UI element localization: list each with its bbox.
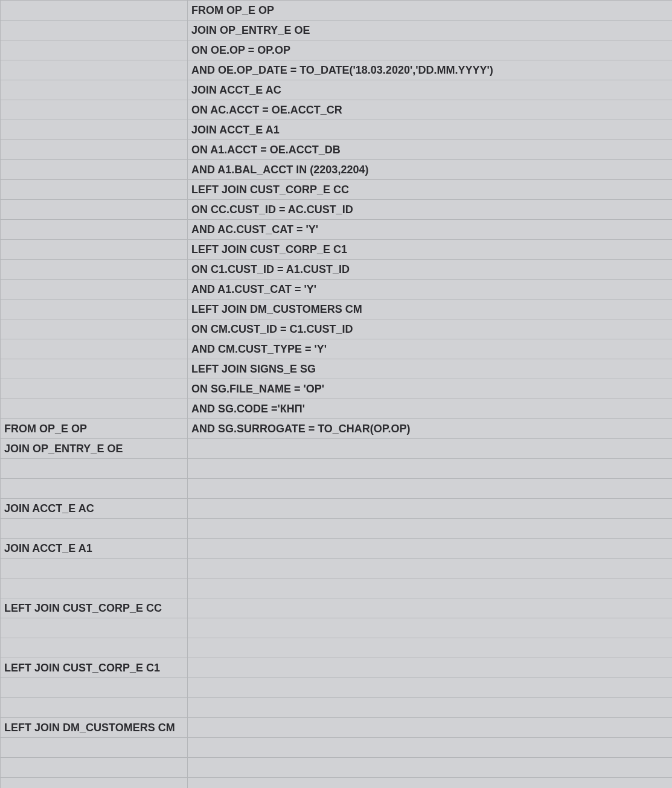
cell-col-b[interactable] xyxy=(188,459,673,479)
cell-col-a[interactable] xyxy=(1,240,188,260)
cell-col-a[interactable] xyxy=(1,300,188,319)
cell-col-b[interactable] xyxy=(188,479,673,499)
cell-col-a[interactable]: LEFT JOIN CUST_CORP_E C1 xyxy=(1,658,188,678)
cell-col-b[interactable]: ON CC.CUST_ID = AC.CUST_ID xyxy=(188,200,673,220)
cell-col-a[interactable] xyxy=(1,180,188,200)
grid-row xyxy=(1,778,673,789)
cell-col-b[interactable] xyxy=(188,539,673,559)
cell-col-a[interactable] xyxy=(1,459,188,479)
cell-col-b[interactable] xyxy=(188,439,673,459)
cell-col-a[interactable] xyxy=(1,698,188,718)
cell-col-b[interactable]: FROM OP_E OP xyxy=(188,1,673,21)
grid-row: ON AC.ACCT = OE.ACCT_CR xyxy=(1,100,673,120)
cell-col-a[interactable] xyxy=(1,160,188,180)
cell-col-a[interactable] xyxy=(1,120,188,140)
cell-col-a[interactable] xyxy=(1,140,188,160)
cell-col-b[interactable]: LEFT JOIN SIGNS_E SG xyxy=(188,359,673,379)
grid-row xyxy=(1,698,673,718)
cell-col-a[interactable] xyxy=(1,519,188,539)
cell-col-b[interactable]: AND CM.CUST_TYPE = 'Y' xyxy=(188,339,673,359)
cell-col-a[interactable] xyxy=(1,220,188,240)
cell-col-a[interactable] xyxy=(1,379,188,399)
cell-col-b[interactable] xyxy=(188,598,673,618)
cell-col-b[interactable]: ON OE.OP = OP.OP xyxy=(188,40,673,60)
cell-col-b[interactable]: AND OE.OP_DATE = TO_DATE('18.03.2020','D… xyxy=(188,60,673,80)
grid-row: FROM OP_E OP xyxy=(1,1,673,21)
cell-col-b[interactable]: ON C1.CUST_ID = A1.CUST_ID xyxy=(188,260,673,280)
grid-row xyxy=(1,459,673,479)
cell-col-b[interactable] xyxy=(188,499,673,519)
cell-col-a[interactable] xyxy=(1,618,188,638)
cell-col-a[interactable]: LEFT JOIN DM_CUSTOMERS CM xyxy=(1,718,188,738)
grid-row: AND CM.CUST_TYPE = 'Y' xyxy=(1,339,673,359)
cell-col-b[interactable] xyxy=(188,718,673,738)
cell-col-a[interactable] xyxy=(1,40,188,60)
grid-row: FROM OP_E OP AND SG.SURROGATE = TO_CHAR(… xyxy=(1,419,673,439)
spreadsheet-grid[interactable]: FROM OP_E OPJOIN OP_ENTRY_E OE ON OE.OP … xyxy=(0,0,672,788)
cell-col-b[interactable]: AND A1.BAL_ACCT IN (2203,2204) xyxy=(188,160,673,180)
cell-col-b[interactable]: AND AC.CUST_CAT = 'Y' xyxy=(188,220,673,240)
cell-col-b[interactable]: AND SG.CODE ='КНП' xyxy=(188,399,673,419)
cell-col-b[interactable]: AND SG.SURROGATE = TO_CHAR(OP.OP) xyxy=(188,419,673,439)
cell-col-b[interactable]: JOIN ACCT_E A1 xyxy=(188,120,673,140)
cell-col-b[interactable] xyxy=(188,519,673,539)
cell-col-a[interactable] xyxy=(1,758,188,778)
cell-col-b[interactable]: ON AC.ACCT = OE.ACCT_CR xyxy=(188,100,673,120)
cell-col-b[interactable] xyxy=(188,778,673,789)
cell-col-a[interactable] xyxy=(1,339,188,359)
grid-row: ON SG.FILE_NAME = 'OP' xyxy=(1,379,673,399)
cell-col-a[interactable] xyxy=(1,678,188,698)
cell-col-b[interactable]: LEFT JOIN DM_CUSTOMERS CM xyxy=(188,300,673,319)
grid-row: AND A1.BAL_ACCT IN (2203,2204) xyxy=(1,160,673,180)
cell-col-b[interactable]: ON SG.FILE_NAME = 'OP' xyxy=(188,379,673,399)
cell-col-a[interactable] xyxy=(1,21,188,40)
cell-col-a[interactable]: FROM OP_E OP xyxy=(1,419,188,439)
cell-col-b[interactable]: ON A1.ACCT = OE.ACCT_DB xyxy=(188,140,673,160)
cell-col-a[interactable] xyxy=(1,280,188,300)
cell-col-a[interactable]: JOIN ACCT_E A1 xyxy=(1,539,188,559)
cell-col-a[interactable] xyxy=(1,359,188,379)
cell-col-a[interactable]: JOIN OP_ENTRY_E OE xyxy=(1,439,188,459)
cell-col-a[interactable] xyxy=(1,479,188,499)
cell-col-b[interactable] xyxy=(188,559,673,578)
cell-col-b[interactable]: JOIN ACCT_E AC xyxy=(188,80,673,100)
cell-col-b[interactable] xyxy=(188,738,673,758)
cell-col-b[interactable] xyxy=(188,578,673,598)
cell-col-b[interactable] xyxy=(188,658,673,678)
cell-col-b[interactable] xyxy=(188,698,673,718)
cell-col-a[interactable] xyxy=(1,260,188,280)
grid-row: LEFT JOIN CUST_CORP_E CC xyxy=(1,180,673,200)
grid-row: JOIN ACCT_E A1 xyxy=(1,120,673,140)
grid-row: ON C1.CUST_ID = A1.CUST_ID xyxy=(1,260,673,280)
cell-col-a[interactable] xyxy=(1,100,188,120)
cell-col-b[interactable]: AND A1.CUST_CAT = 'Y' xyxy=(188,280,673,300)
cell-col-a[interactable]: JOIN ACCT_E AC xyxy=(1,499,188,519)
cell-col-a[interactable] xyxy=(1,578,188,598)
cell-col-b[interactable] xyxy=(188,678,673,698)
cell-col-a[interactable] xyxy=(1,399,188,419)
cell-col-b[interactable] xyxy=(188,758,673,778)
cell-col-a[interactable]: LEFT JOIN CUST_CORP_E CC xyxy=(1,598,188,618)
grid-row: LEFT JOIN CUST_CORP_E C1 xyxy=(1,240,673,260)
cell-col-a[interactable] xyxy=(1,1,188,21)
grid-row xyxy=(1,479,673,499)
cell-col-b[interactable] xyxy=(188,618,673,638)
grid-row: JOIN OP_ENTRY_E OE xyxy=(1,21,673,40)
cell-col-a[interactable] xyxy=(1,738,188,758)
cell-col-b[interactable]: JOIN OP_ENTRY_E OE xyxy=(188,21,673,40)
cell-col-b[interactable]: LEFT JOIN CUST_CORP_E CC xyxy=(188,180,673,200)
cell-col-a[interactable] xyxy=(1,80,188,100)
cell-col-a[interactable] xyxy=(1,60,188,80)
grid-row: ON A1.ACCT = OE.ACCT_DB xyxy=(1,140,673,160)
grid-row xyxy=(1,519,673,539)
grid-row: JOIN ACCT_E AC xyxy=(1,80,673,100)
cell-col-a[interactable] xyxy=(1,778,188,789)
cell-col-a[interactable] xyxy=(1,638,188,658)
cell-col-a[interactable] xyxy=(1,319,188,339)
cell-col-a[interactable] xyxy=(1,559,188,578)
grid-row: AND OE.OP_DATE = TO_DATE('18.03.2020','D… xyxy=(1,60,673,80)
cell-col-a[interactable] xyxy=(1,200,188,220)
cell-col-b[interactable]: LEFT JOIN CUST_CORP_E C1 xyxy=(188,240,673,260)
cell-col-b[interactable] xyxy=(188,638,673,658)
cell-col-b[interactable]: ON CM.CUST_ID = C1.CUST_ID xyxy=(188,319,673,339)
